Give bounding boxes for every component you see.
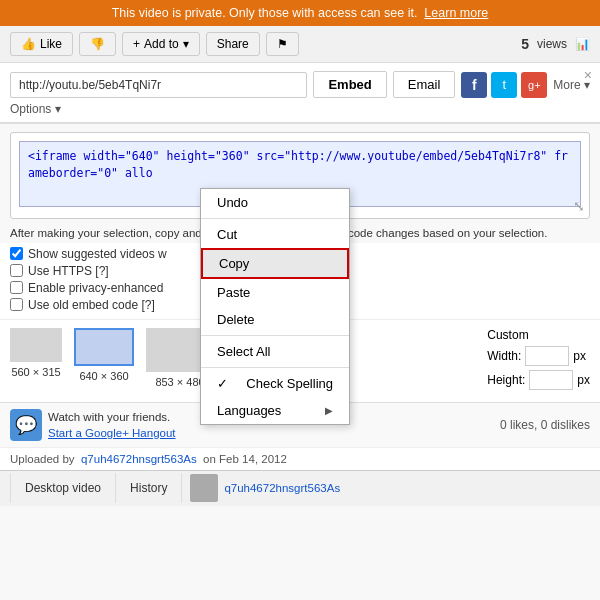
email-button[interactable]: Email xyxy=(393,71,456,98)
views-count: 5 xyxy=(521,36,529,52)
suggested-label: Show suggested videos w xyxy=(28,247,167,261)
options-link[interactable]: Options ▾ xyxy=(10,102,61,116)
size-thumb-640 xyxy=(74,328,134,366)
languages-arrow-icon: ▶ xyxy=(325,405,333,416)
custom-size-section: Custom Width: px Height: px xyxy=(487,328,590,390)
action-bar: 👍 Like 👎 + Add to ▾ Share ⚑ 5 views 📊 xyxy=(0,26,600,63)
size-thumb-560 xyxy=(10,328,62,362)
menu-separator-3 xyxy=(201,367,349,368)
social-icons: f t g+ xyxy=(461,72,547,98)
add-label: Add to xyxy=(144,37,179,51)
dislike-button[interactable]: 👎 xyxy=(79,32,116,56)
hangout-text: Watch with your friends. Start a Google+… xyxy=(48,409,176,441)
menu-item-cut[interactable]: Cut xyxy=(201,221,349,248)
size-label-560: 560 × 315 xyxy=(11,366,60,378)
avatar xyxy=(190,474,218,502)
thumb-down-icon: 👎 xyxy=(90,37,105,51)
user-row: q7uh4672hnsgrt563As xyxy=(190,474,340,502)
flag-icon: ⚑ xyxy=(277,37,288,51)
action-bar-right: 5 views 📊 xyxy=(521,36,590,52)
height-px-label: px xyxy=(577,373,590,387)
custom-height-row: Height: px xyxy=(487,370,590,390)
desktop-video-tab[interactable]: Desktop video xyxy=(10,473,116,503)
facebook-button[interactable]: f xyxy=(461,72,487,98)
custom-height-input[interactable] xyxy=(529,370,573,390)
hangout-title: Watch with your friends. xyxy=(48,409,176,425)
hangout-icon: 💬 xyxy=(10,409,42,441)
size-label-853: 853 × 480 xyxy=(155,376,204,388)
menu-item-check-spelling[interactable]: ✓ Check Spelling xyxy=(201,370,349,397)
views-label: views xyxy=(537,37,567,51)
likes-bar: 0 likes, 0 dislikes xyxy=(500,418,590,432)
learn-more-link[interactable]: Learn more xyxy=(424,6,488,20)
thumb-up-icon: 👍 xyxy=(21,37,36,51)
menu-item-copy[interactable]: Copy xyxy=(201,248,349,279)
menu-item-undo[interactable]: Undo xyxy=(201,189,349,216)
action-bar-left: 👍 Like 👎 + Add to ▾ Share ⚑ xyxy=(10,32,299,56)
width-px-label: px xyxy=(573,349,586,363)
upload-prefix: Uploaded by xyxy=(10,453,75,465)
embed-button[interactable]: Embed xyxy=(313,71,386,98)
history-tab[interactable]: History xyxy=(116,473,182,503)
custom-width-row: Width: px xyxy=(487,346,590,366)
bottom-nav: Desktop video History q7uh4672hnsgrt563A… xyxy=(0,470,600,506)
username[interactable]: q7uh4672hnsgrt563As xyxy=(224,482,340,494)
private-banner: This video is private. Only those with a… xyxy=(0,0,600,26)
banner-text: This video is private. Only those with a… xyxy=(112,6,418,20)
menu-separator-2 xyxy=(201,335,349,336)
https-checkbox[interactable] xyxy=(10,264,23,277)
menu-separator-1 xyxy=(201,218,349,219)
menu-item-languages[interactable]: Languages ▶ xyxy=(201,397,349,424)
video-url-input[interactable] xyxy=(10,72,307,98)
add-icon: + xyxy=(133,37,140,51)
like-label: Like xyxy=(40,37,62,51)
width-label: Width: xyxy=(487,349,521,363)
old-embed-label: Use old embed code [?] xyxy=(28,298,155,312)
copy-label: Copy xyxy=(219,256,249,271)
languages-label: Languages xyxy=(217,403,281,418)
like-button[interactable]: 👍 Like xyxy=(10,32,73,56)
check-label: ✓ xyxy=(217,376,228,391)
hangout-box: 💬 Watch with your friends. Start a Googl… xyxy=(10,409,176,441)
gplus-button[interactable]: g+ xyxy=(521,72,547,98)
share-row: Embed Email f t g+ More ▾ × xyxy=(0,63,600,102)
menu-item-select-all[interactable]: Select All xyxy=(201,338,349,365)
paste-label: Paste xyxy=(217,285,250,300)
privacy-checkbox[interactable] xyxy=(10,281,23,294)
delete-label: Delete xyxy=(217,312,255,327)
height-label: Height: xyxy=(487,373,525,387)
twitter-button[interactable]: t xyxy=(491,72,517,98)
cut-label: Cut xyxy=(217,227,237,242)
menu-item-delete[interactable]: Delete xyxy=(201,306,349,333)
share-section: Embed Email f t g+ More ▾ × Options ▾ xyxy=(0,63,600,124)
close-button[interactable]: × xyxy=(584,67,592,83)
suggested-checkbox[interactable] xyxy=(10,247,23,260)
upload-date: on Feb 14, 2012 xyxy=(203,453,287,465)
options-row: Options ▾ xyxy=(0,102,600,123)
size-label-640: 640 × 360 xyxy=(79,370,128,382)
share-button[interactable]: Share xyxy=(206,32,260,56)
chart-icon: 📊 xyxy=(575,37,590,51)
size-560[interactable]: 560 × 315 xyxy=(10,328,62,378)
share-label: Share xyxy=(217,37,249,51)
select-all-label: Select All xyxy=(217,344,270,359)
custom-width-input[interactable] xyxy=(525,346,569,366)
custom-label: Custom xyxy=(487,328,590,342)
https-label: Use HTTPS [?] xyxy=(28,264,109,278)
add-to-button[interactable]: + Add to ▾ xyxy=(122,32,200,56)
resize-handle[interactable]: ⤡ xyxy=(573,198,585,214)
uploader-bar: Uploaded by q7uh4672hnsgrt563As on Feb 1… xyxy=(0,447,600,470)
add-chevron-icon: ▾ xyxy=(183,37,189,51)
context-menu: Undo Cut Copy Paste Delete Select All ✓ … xyxy=(200,188,350,425)
flag-button[interactable]: ⚑ xyxy=(266,32,299,56)
hangout-link[interactable]: Start a Google+ Hangout xyxy=(48,427,176,439)
privacy-label: Enable privacy-enhanced xyxy=(28,281,163,295)
undo-label: Undo xyxy=(217,195,248,210)
menu-item-paste[interactable]: Paste xyxy=(201,279,349,306)
check-spelling-label: Check Spelling xyxy=(246,376,333,391)
size-640[interactable]: 640 × 360 xyxy=(74,328,134,382)
uploader-link[interactable]: q7uh4672hnsgrt563As xyxy=(81,453,197,465)
old-embed-checkbox[interactable] xyxy=(10,298,23,311)
